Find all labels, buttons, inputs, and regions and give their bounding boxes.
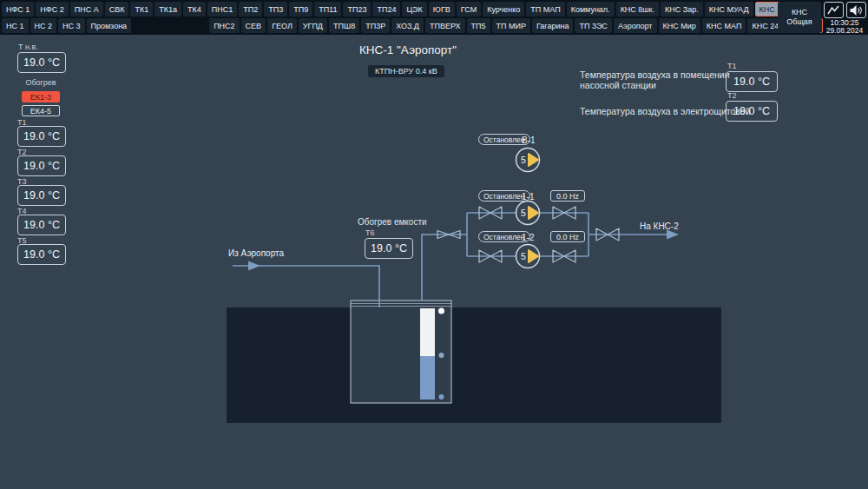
- suction-pipe: [422, 235, 467, 301]
- outdoor-temp-value: 19.0 °C: [17, 52, 66, 73]
- temp-sensor-value: 19.0 °C: [17, 215, 66, 235]
- tank-heating-value: 19.0 °C: [365, 238, 413, 259]
- pit-area: [227, 307, 721, 423]
- pump-1-1-frequency: 0.0 Hz: [550, 190, 585, 202]
- level-sensor-high: [438, 308, 444, 314]
- pump-1-1-label: 1-1: [522, 192, 534, 202]
- outlet-label: На КНС-2: [640, 221, 679, 231]
- pump-1-2-label: 1-2: [522, 233, 534, 242]
- level-sensor-mid: [439, 353, 444, 358]
- temp-sensor-value: 19.0 °C: [17, 185, 66, 206]
- room-temp-sensor: Т1: [727, 62, 737, 70]
- heater-ek4-5-button[interactable]: ЕК4-5: [22, 105, 60, 116]
- inlet-flow-arrow: [248, 261, 260, 271]
- room-temp-label: Температура воздуха в помещении насосной…: [580, 69, 732, 90]
- scada-screen: НФС 1НФС 2ПНС АСВКТК1ТК1аТК4ПНС1ТП2ТП3ТП…: [0, 0, 868, 489]
- room-temp-value: 19.0 °C: [726, 71, 778, 92]
- temp-sensor-value: 19.0 °C: [17, 155, 66, 176]
- switchboard-temp-value: 19.0 °C: [726, 101, 778, 122]
- pump-1-2-frequency: 0.0 Hz: [550, 231, 585, 242]
- outdoor-temp-label: Т н.в.: [18, 43, 38, 51]
- pump-1-1[interactable]: 5: [516, 202, 540, 225]
- fan-v1-label: В-1: [522, 135, 536, 145]
- pipes: [233, 213, 670, 307]
- tank-heating-label: Обогрев емкости: [358, 217, 427, 227]
- substation-button[interactable]: КТПН-ВРУ 0.4 кВ: [368, 65, 444, 77]
- tank-level-indicator: [420, 308, 435, 400]
- inlet-label: Из Аэропорта: [228, 248, 284, 258]
- tank-heating-sensor: Т6: [365, 228, 375, 237]
- switchboard-temp-sensor: Т2: [727, 91, 737, 100]
- temp-sensor-value: 19.0 °C: [17, 126, 66, 147]
- level-sensor-low: [439, 394, 444, 400]
- pump-1-2[interactable]: 5: [516, 245, 540, 268]
- heating-section-label: Обогрев: [17, 78, 64, 87]
- outlet-flow-arrow: [667, 230, 679, 240]
- heater-ek1-3-button[interactable]: ЕК1-3: [22, 91, 60, 102]
- receiving-tank: [351, 301, 451, 403]
- fan-v1[interactable]: 5: [516, 149, 540, 172]
- pump-1-1-speed: 5: [521, 208, 526, 218]
- page-title: КНС-1 "Аэропорт": [304, 43, 512, 56]
- temp-sensor-value: 19.0 °C: [17, 244, 66, 265]
- pump-1-2-speed: 5: [521, 251, 526, 261]
- fan-v1-speed: 5: [521, 155, 526, 165]
